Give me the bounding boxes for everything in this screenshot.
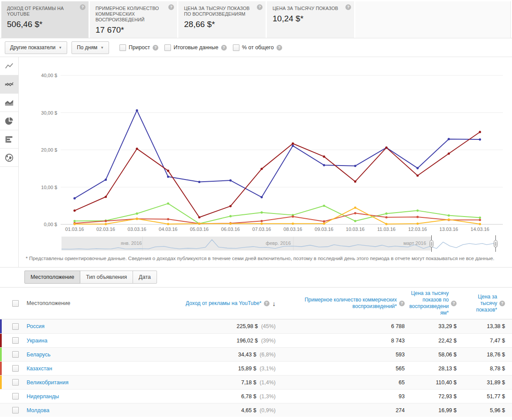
checkbox[interactable] xyxy=(233,44,239,51)
row-checkbox[interactable] xyxy=(12,407,19,413)
help-icon[interactable]: ? xyxy=(451,301,457,306)
checkbox-label: Прирост xyxy=(129,44,150,51)
cpm-views-cell: 28,13 $ xyxy=(405,366,457,372)
chart-type-line[interactable] xyxy=(0,57,18,75)
chart-type-toolbar xyxy=(0,57,19,267)
views-cell: 593 xyxy=(276,352,405,358)
chevron-down-icon: ▼ xyxy=(58,46,62,50)
main-chart[interactable]: 0,00 $10,00 $20,00 $30,00 $40,00 $01.03.… xyxy=(19,57,512,232)
metric-card-title: ЦЕНА ЗА ТЫСЯЧУ ПОКАЗОВ ПО ВОСПРОИЗВЕДЕНИ… xyxy=(184,6,254,17)
help-icon[interactable]: ? xyxy=(345,4,351,10)
revenue-value: 7,18 $ xyxy=(241,379,258,386)
metric-card-3[interactable]: ЦЕНА ЗА ТЫСЯЧУ ПОКАЗОВ ПО ВОСПРОИЗВЕДЕНИ… xyxy=(178,1,266,38)
column-header-playback-cpm[interactable]: Цена за тысячу показов по воспроизведени… xyxy=(409,290,449,316)
drag-grip-icon xyxy=(494,240,498,247)
youtube-analytics-page: ДОХОД ОТ РЕКЛАМЫ НА YOUTUBE506,46 $*?ПРИ… xyxy=(0,0,512,420)
country-link[interactable]: Великобритания xyxy=(27,379,68,386)
metrics-dropdown-label: Другие показатели xyxy=(10,44,55,51)
svg-text:09.03.16: 09.03.16 xyxy=(315,227,334,232)
chart-type-bar[interactable] xyxy=(0,130,18,149)
metric-card-title: ДОХОД ОТ РЕКЛАМЫ НА YOUTUBE xyxy=(7,6,77,17)
revenue-value: 225,98 $ xyxy=(237,323,259,329)
series-color-swatch xyxy=(0,334,2,347)
row-checkbox[interactable] xyxy=(12,365,19,372)
row-checkbox[interactable] xyxy=(12,337,19,344)
help-icon[interactable]: ? xyxy=(80,4,85,10)
help-icon[interactable]: ? xyxy=(168,4,174,10)
column-header-revenue[interactable]: Доход от рекламы на YouTube* xyxy=(186,300,262,307)
pie-chart-icon xyxy=(4,116,14,126)
svg-text:10.03.16: 10.03.16 xyxy=(346,227,365,232)
country-link[interactable]: Молдова xyxy=(27,407,49,413)
checkbox-option-1[interactable]: Прирост? xyxy=(119,44,158,51)
table-row: Россия225,98 $ (45%)6 78833,29 $13,38 $ xyxy=(0,319,512,333)
chart-type-pie[interactable] xyxy=(0,112,18,130)
revenue-share: (1,3%) xyxy=(259,393,276,400)
svg-text:03.03.16: 03.03.16 xyxy=(128,227,147,232)
row-checkbox[interactable] xyxy=(12,351,19,358)
svg-text:08.03.16: 08.03.16 xyxy=(283,227,302,232)
row-checkbox[interactable] xyxy=(12,323,19,330)
chart-type-map[interactable] xyxy=(0,149,18,167)
scrubber-handle-left[interactable] xyxy=(431,235,432,252)
scrubber-month-label: февр. 2016 xyxy=(266,240,291,246)
help-icon[interactable]: ? xyxy=(399,301,405,306)
scrubber-month-label: март 2016 xyxy=(403,240,426,246)
svg-text:02.03.16: 02.03.16 xyxy=(96,227,115,232)
tab-location[interactable]: Местоположение xyxy=(24,271,80,284)
revenue-value: 15,89 $ xyxy=(238,366,258,372)
revenue-cell: 7,18 $ (1,4%) xyxy=(154,379,276,386)
svg-text:40,00 $: 40,00 $ xyxy=(41,73,57,78)
help-icon[interactable]: ? xyxy=(153,45,158,51)
svg-text:01.03.16: 01.03.16 xyxy=(65,227,84,232)
country-link[interactable]: Россия xyxy=(27,323,44,329)
checkbox[interactable] xyxy=(119,44,126,51)
checkbox-option-2[interactable]: Итоговые данные? xyxy=(164,44,227,51)
metric-card-1[interactable]: ДОХОД ОТ РЕКЛАМЫ НА YOUTUBE506,46 $*? xyxy=(1,1,89,38)
tab-ad-type[interactable]: Тип объявления xyxy=(80,271,133,284)
row-checkbox[interactable] xyxy=(12,393,19,400)
scrubber-handle-right[interactable] xyxy=(495,235,496,252)
metric-card-2[interactable]: ПРИМЕРНОЕ КОЛИЧЕСТВО КОММЕРЧЕСКИХ ВОСПРО… xyxy=(90,1,177,38)
timeline-scrubber[interactable]: янв. 2016февр. 2016март 2016 xyxy=(61,237,498,251)
help-icon[interactable]: ? xyxy=(499,301,505,306)
checkbox-group: Прирост?Итоговые данные?% от общего? xyxy=(113,44,282,51)
metric-card-4[interactable]: ЦЕНА ЗА ТЫСЯЧУ ПОКАЗОВ10,24 $*? xyxy=(267,1,354,38)
country-link[interactable]: Казахстан xyxy=(27,366,52,372)
series-color-swatch xyxy=(0,376,2,389)
chart-type-multi-line[interactable] xyxy=(0,75,18,94)
interval-dropdown[interactable]: По дням ▼ xyxy=(72,41,109,54)
country-link[interactable]: Украина xyxy=(27,338,48,344)
series-color-swatch xyxy=(0,348,2,361)
row-checkbox[interactable] xyxy=(12,379,19,386)
chart-area: 0,00 $10,00 $20,00 $30,00 $40,00 $01.03.… xyxy=(19,57,512,267)
help-icon[interactable]: ? xyxy=(257,4,263,10)
select-all-checkbox[interactable] xyxy=(12,300,19,307)
table-row: Молдова4,65 $ (0,9%)27416,99 $5,96 $ xyxy=(0,403,512,417)
revenue-share: (1,4%) xyxy=(259,379,276,386)
country-link[interactable]: Нидерланды xyxy=(27,393,59,400)
help-icon[interactable]: ? xyxy=(221,45,227,51)
country-link[interactable]: Беларусь xyxy=(27,352,51,358)
chart-section: 0,00 $10,00 $20,00 $30,00 $40,00 $01.03.… xyxy=(0,57,512,267)
help-icon[interactable]: ? xyxy=(264,301,270,306)
checkbox[interactable] xyxy=(164,44,171,51)
stacked-area-chart-icon xyxy=(4,98,14,108)
help-icon[interactable]: ? xyxy=(276,45,282,51)
revenue-cell: 15,89 $ (3,1%) xyxy=(154,366,276,372)
cpm-cell: 13,38 $ xyxy=(457,323,505,329)
table-header-row: Местоположение Доход от рекламы на YouTu… xyxy=(0,288,512,319)
bar-chart-icon xyxy=(4,135,14,144)
checkbox-option-3[interactable]: % от общего? xyxy=(233,44,282,51)
column-header-location: Местоположение xyxy=(27,300,70,306)
chart-type-stacked-area[interactable] xyxy=(0,94,18,112)
column-header-monetized-playbacks[interactable]: Примерное количество коммерческих воспро… xyxy=(288,297,397,310)
metrics-dropdown[interactable]: Другие показатели ▼ xyxy=(5,41,67,54)
cpm-views-cell: 58,06 $ xyxy=(405,352,457,358)
revenue-cell: 196,02 $ (39%) xyxy=(154,338,276,344)
sort-descending-icon[interactable]: ↓ xyxy=(273,300,276,307)
tab-date[interactable]: Дата xyxy=(133,271,157,284)
column-header-cpm[interactable]: Цена за тысячу показов* xyxy=(473,294,497,313)
svg-text:12.03.16: 12.03.16 xyxy=(408,227,427,232)
metric-card-value: 506,46 $* xyxy=(7,20,77,29)
